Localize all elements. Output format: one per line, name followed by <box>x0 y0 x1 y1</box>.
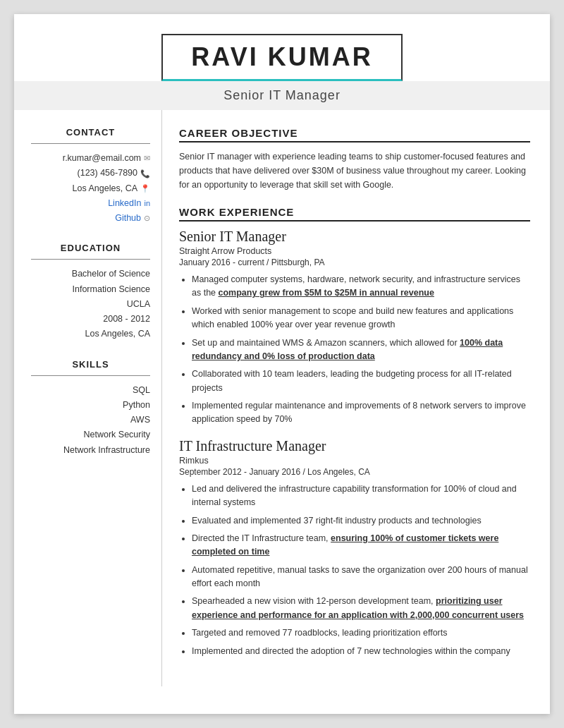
linkedin-item[interactable]: LinkedIn in <box>31 196 150 211</box>
highlight-tickets-text: ensuring 100% of customer tickets were c… <box>192 533 498 557</box>
job-1-title: Senior IT Manager <box>179 229 530 245</box>
degree-item: Bachelor of Science <box>31 267 150 281</box>
subtitle-bar: Senior IT Manager <box>14 81 550 110</box>
job-1-bullets: Managed computer systems, hardware, netw… <box>179 273 530 427</box>
objective-title: CAREER OBJECTIVE <box>179 127 530 142</box>
bullet-item: Led and delivered the infrastructure cap… <box>192 483 530 510</box>
github-item[interactable]: Github ⊙ <box>31 211 150 226</box>
contact-title: CONTACT <box>31 127 150 138</box>
bullet-item: Set up and maintained WMS & Amazon scann… <box>192 336 530 364</box>
email-item: r.kumar@email.com ✉ <box>31 151 150 166</box>
bullet-item: Implemented regular maintenance and impr… <box>192 399 530 427</box>
highlight-text: company grew from $5M to $25M in annual … <box>219 288 434 298</box>
github-link[interactable]: Github <box>115 211 141 226</box>
skills-divider <box>31 375 150 376</box>
sidebar: CONTACT r.kumar@email.com ✉ (123) 456-78… <box>14 110 162 686</box>
header: RAVI KUMAR <box>14 14 550 81</box>
phone-item: (123) 456-7890 📞 <box>31 166 150 181</box>
name-box: RAVI KUMAR <box>161 34 402 81</box>
years-item: 2008 - 2012 <box>31 312 150 327</box>
skill-aws: AWS <box>31 413 150 427</box>
bullet-item: Implemented and directed the adoption of… <box>192 645 530 658</box>
job-2-title: IT Infrastructure Manager <box>179 438 530 454</box>
education-section: EDUCATION Bachelor of Science Informatio… <box>31 243 150 341</box>
bullet-item: Managed computer systems, hardware, netw… <box>192 273 530 301</box>
job-title-header: Senior IT Manager <box>14 88 550 103</box>
location-item: Los Angeles, CA 📍 <box>31 181 150 196</box>
bullet-item: Directed the IT Infrastructure team, ens… <box>192 532 530 559</box>
job-1: Senior IT Manager Straight Arrow Product… <box>179 229 530 427</box>
work-experience-title: WORK EXPERIENCE <box>179 206 530 222</box>
contact-section: CONTACT r.kumar@email.com ✉ (123) 456-78… <box>31 127 150 226</box>
major-item: Information Science <box>31 282 150 297</box>
linkedin-icon: in <box>144 197 150 210</box>
skill-network-infrastructure: Network Infrastructure <box>31 443 150 458</box>
contact-divider <box>31 143 150 144</box>
job-2: IT Infrastructure Manager Rimkus Septemb… <box>179 438 530 658</box>
job-1-company: Straight Arrow Products <box>179 246 530 256</box>
skills-title: SKILLS <box>31 359 150 370</box>
resume: RAVI KUMAR Senior IT Manager CONTACT r.k… <box>14 14 550 714</box>
highlight-text: prioritizing user experience and perform… <box>192 596 524 619</box>
career-objective-section: CAREER OBJECTIVE Senior IT manager with … <box>179 127 530 192</box>
bullet-item: Targeted and removed 77 roadblocks, lead… <box>192 626 530 640</box>
job-2-company: Rimkus <box>179 456 530 466</box>
work-experience-section: WORK EXPERIENCE Senior IT Manager Straig… <box>179 206 530 658</box>
skill-python: Python <box>31 398 150 413</box>
bullet-item: Evaluated and implemented 37 right-fit i… <box>192 514 530 528</box>
skill-network-security: Network Security <box>31 427 150 442</box>
bullet-item: Collaborated with 10 team leaders, leadi… <box>192 368 530 395</box>
candidate-name: RAVI KUMAR <box>191 42 372 72</box>
phone-icon: 📞 <box>140 167 150 181</box>
linkedin-link[interactable]: LinkedIn <box>108 196 141 211</box>
education-title: EDUCATION <box>31 243 150 253</box>
phone-text: (123) 456-7890 <box>78 166 137 181</box>
email-icon: ✉ <box>144 152 150 165</box>
job-1-date: January 2016 - current / Pittsburgh, PA <box>179 257 530 267</box>
education-divider <box>31 259 150 260</box>
main-content: CAREER OBJECTIVE Senior IT manager with … <box>162 110 550 686</box>
github-icon: ⊙ <box>144 212 150 225</box>
location-icon: 📍 <box>140 182 150 195</box>
skill-sql: SQL <box>31 383 150 398</box>
body-content: CONTACT r.kumar@email.com ✉ (123) 456-78… <box>14 110 550 686</box>
job-2-bullets: Led and delivered the infrastructure cap… <box>179 483 530 658</box>
bullet-item: Automated repetitive, manual tasks to sa… <box>192 564 530 591</box>
highlight-text: 100% data redundancy and 0% loss of prod… <box>192 338 503 361</box>
job-2-date: September 2012 - January 2016 / Los Ange… <box>179 467 530 477</box>
bullet-item: Spearheaded a new vision with 12-person … <box>192 595 530 622</box>
email-text: r.kumar@email.com <box>63 151 141 166</box>
school-item: UCLA <box>31 297 150 312</box>
location-text: Los Angeles, CA <box>73 181 137 196</box>
skills-section: SKILLS SQL Python AWS Network Security N… <box>31 359 150 458</box>
bullet-item: Worked with senior management to scope a… <box>192 305 530 332</box>
objective-text: Senior IT manager with experience leadin… <box>179 150 530 192</box>
edu-location-item: Los Angeles, CA <box>31 327 150 341</box>
